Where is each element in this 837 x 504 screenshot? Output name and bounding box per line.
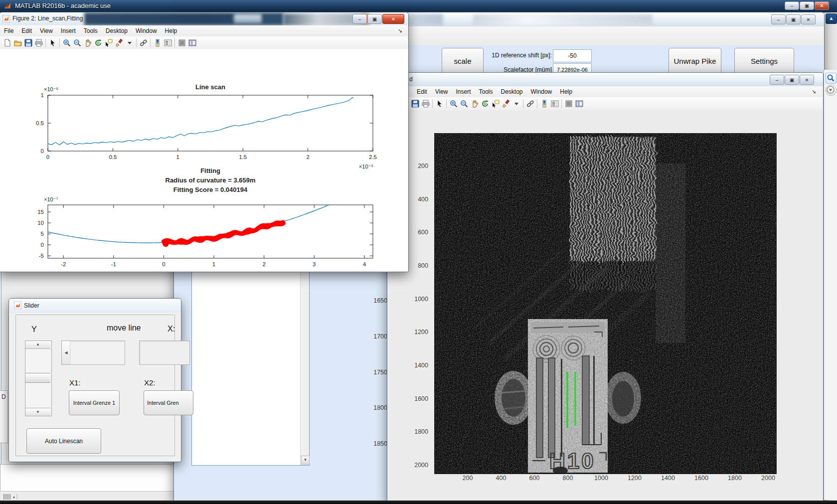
- slider-titlebar[interactable]: Slider: [9, 299, 181, 313]
- figure2-menu-insert[interactable]: Insert: [57, 26, 80, 36]
- figure2-titlebar[interactable]: Figure 2: Line_scan,Fitting – ▣ ✕: [0, 12, 408, 25]
- brush-icon[interactable]: [501, 98, 511, 109]
- matlab-close-button[interactable]: ✕: [815, 1, 829, 10]
- figure1-menu-window[interactable]: Window: [527, 87, 556, 97]
- rotate-3d-icon[interactable]: [480, 98, 490, 109]
- brush-icon[interactable]: [114, 37, 124, 48]
- matlab-restore-button[interactable]: ▣: [800, 1, 814, 10]
- y-slider[interactable]: ▲ ▼: [25, 340, 52, 416]
- zoom-out-icon[interactable]: [72, 37, 82, 48]
- listbox-scrollbar[interactable]: ▼: [300, 258, 309, 465]
- matlab-minimize-button[interactable]: –: [785, 1, 799, 10]
- axes-box[interactable]: [48, 205, 373, 258]
- plot-tools-on-icon[interactable]: [187, 37, 197, 48]
- y-slider-up-button[interactable]: ▲: [25, 341, 50, 349]
- print-icon[interactable]: [420, 98, 431, 109]
- data-cursor-icon[interactable]: [490, 98, 501, 109]
- zoom-in-icon[interactable]: [448, 98, 459, 109]
- figure2-menu-desktop[interactable]: Desktop: [102, 26, 132, 36]
- image-ytick: 2000: [411, 462, 428, 469]
- image-xtick: 400: [493, 475, 509, 482]
- pan-hand-icon[interactable]: [82, 37, 93, 48]
- caret-down-icon[interactable]: [511, 98, 521, 109]
- y-slider-down-button[interactable]: ▼: [25, 408, 50, 416]
- data-cursor-icon[interactable]: [103, 37, 114, 48]
- pan-hand-icon[interactable]: [469, 98, 480, 109]
- xtick-label: 0: [162, 261, 165, 267]
- arrow-cursor-icon[interactable]: [434, 98, 445, 109]
- matlab-title: MATLAB R2016b - academic use: [15, 2, 111, 9]
- save-icon[interactable]: [23, 37, 33, 48]
- new-doc-icon[interactable]: [2, 37, 12, 48]
- scrollbar-down-button[interactable]: ▼: [301, 456, 310, 465]
- x-slider-track[interactable]: [139, 340, 190, 365]
- zoom-in-icon[interactable]: [61, 37, 72, 48]
- figure2-dock-arrow-icon[interactable]: ↘: [398, 27, 402, 34]
- unwrap-pike-button[interactable]: Unwrap Pike: [669, 48, 721, 74]
- figure2-minimize-button[interactable]: –: [352, 14, 367, 24]
- figure1-menu-edit[interactable]: Edit: [413, 87, 431, 97]
- figure2-menu-view[interactable]: View: [36, 26, 57, 36]
- auto-linescan-button[interactable]: Auto Linescan: [26, 428, 101, 454]
- figure1-menu-tools[interactable]: Tools: [475, 87, 497, 97]
- open-folder-icon[interactable]: [12, 37, 23, 48]
- image-axes[interactable]: H10: [434, 133, 777, 474]
- xtick-label: 2: [306, 154, 309, 160]
- move-line-slider-track[interactable]: [70, 340, 125, 365]
- plot-tools-on-icon[interactable]: [574, 98, 584, 109]
- figure1-titlebar[interactable]: d – ▣ ✕: [387, 73, 823, 86]
- plot-tools-off-icon[interactable]: [176, 37, 187, 48]
- ytick-label: 0: [41, 242, 44, 248]
- settings-button[interactable]: Settings: [734, 48, 794, 74]
- figure2-menu-tools[interactable]: Tools: [80, 26, 102, 36]
- drag-grip[interactable]: [3, 493, 23, 500]
- x-axis-label: X:: [167, 325, 175, 334]
- reference-shift-input[interactable]: -50: [553, 49, 592, 62]
- figure2-restore-button[interactable]: ▣: [367, 14, 382, 24]
- figure2-menu-edit[interactable]: Edit: [17, 26, 36, 36]
- figure2-close-button[interactable]: ✕: [382, 14, 404, 24]
- figure1-menu-help[interactable]: Help: [556, 87, 576, 97]
- print-icon[interactable]: [33, 37, 44, 48]
- rotate-3d-icon[interactable]: [93, 37, 103, 48]
- plot-tools-off-icon[interactable]: [563, 98, 574, 109]
- hidden-axes-ytick: 1750: [370, 369, 387, 376]
- green-scan-line-1[interactable]: [567, 372, 568, 428]
- listbox-panel[interactable]: ▼: [191, 257, 310, 466]
- image-xtick: 1600: [693, 475, 710, 482]
- figure1-menu-insert[interactable]: Insert: [452, 87, 475, 97]
- zoom-out-icon[interactable]: [459, 98, 469, 109]
- figure1-menu-view[interactable]: View: [431, 87, 452, 97]
- figure1-close-button[interactable]: ✕: [800, 75, 814, 85]
- gui-minimize-button[interactable]: –: [771, 14, 786, 24]
- figure1-minimize-button[interactable]: –: [770, 75, 784, 85]
- docked-tab-d[interactable]: D: [0, 390, 8, 443]
- interval-grenze-2-button[interactable]: Interval Gren: [144, 390, 193, 415]
- xtick-label: 4: [363, 261, 366, 267]
- insert-legend-icon[interactable]: [163, 37, 173, 48]
- figure2-menu-window[interactable]: Window: [132, 26, 161, 36]
- expand-down-icon[interactable]: [826, 85, 837, 96]
- figure2-menu-file[interactable]: File: [0, 26, 17, 36]
- save-icon[interactable]: [410, 98, 420, 109]
- caret-down-icon[interactable]: [124, 37, 135, 48]
- arrow-cursor-icon[interactable]: [47, 37, 58, 48]
- collapsed-panel-toggle[interactable]: ▲: [826, 13, 837, 24]
- insert-colorbar-icon[interactable]: [152, 37, 163, 48]
- figure1-menu-desktop[interactable]: Desktop: [497, 87, 527, 97]
- figure1-restore-button[interactable]: ▣: [785, 75, 799, 85]
- interval-grenze-1-button[interactable]: Interval Grenze 1: [69, 390, 120, 415]
- green-scan-line-2[interactable]: [575, 372, 576, 426]
- figure2-menu-help[interactable]: Help: [161, 26, 181, 36]
- search-icon[interactable]: [826, 73, 837, 84]
- matlab-titlebar: MATLAB R2016b - academic use – ▣ ✕: [0, 0, 837, 12]
- insert-colorbar-icon[interactable]: [539, 98, 549, 109]
- gui-restore-button[interactable]: ▣: [786, 14, 801, 24]
- link-plots-icon[interactable]: [138, 37, 149, 48]
- gui-close-button[interactable]: ✕: [801, 14, 816, 24]
- hidden-axes-ytick: 1850: [370, 440, 387, 447]
- link-plots-icon[interactable]: [525, 98, 535, 109]
- insert-legend-icon[interactable]: [549, 98, 560, 109]
- figure1-dock-arrow-icon[interactable]: ↘: [812, 88, 816, 95]
- y-slider-thumb[interactable]: [25, 373, 50, 383]
